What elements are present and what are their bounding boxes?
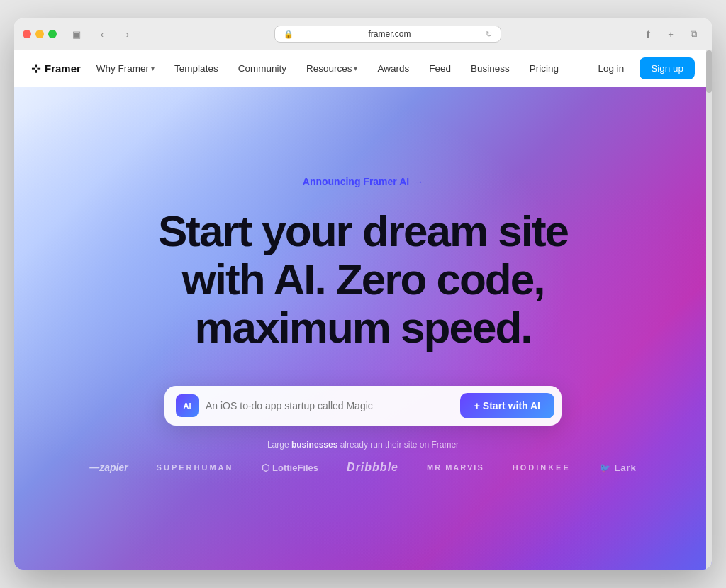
logo-text: Framer (45, 62, 81, 74)
ai-prompt-input[interactable] (206, 400, 453, 411)
ai-badge: AI (176, 394, 199, 417)
new-tab-button[interactable]: + (661, 26, 681, 42)
logos-label: Large businesses already run their site … (267, 440, 459, 450)
logos-row: —zapier SUPERHUMAN ⬡ LottieFiles Dribbbl… (89, 461, 637, 474)
hero-section: Announcing Framer AI → Start your dream … (14, 87, 712, 570)
browser-chrome: ▣ ‹ › 🔒 framer.com ↻ ⬆ + ⧉ (14, 18, 712, 50)
hero-content: Announcing Framer AI → Start your dream … (158, 176, 568, 426)
share-button[interactable]: ⬆ (638, 26, 658, 42)
maximize-button[interactable] (48, 30, 57, 38)
logo-lottiefiles: ⬡ LottieFiles (262, 462, 318, 473)
login-button[interactable]: Log in (588, 58, 634, 79)
logo-mr-marvis: MR MARVIS (427, 463, 484, 472)
signup-button[interactable]: Sign up (640, 57, 695, 79)
logo-link[interactable]: ⊹ Framer (31, 62, 81, 75)
nav-link-business[interactable]: Business (461, 50, 520, 87)
nav-link-feed[interactable]: Feed (419, 50, 461, 87)
logo-dribbble: Dribbble (347, 461, 398, 474)
lock-icon: 🔒 (284, 30, 294, 39)
minimize-button[interactable] (35, 30, 44, 38)
logo-icon: ⊹ (31, 62, 40, 75)
announce-text: Announcing Framer AI (303, 176, 409, 187)
traffic-lights (23, 30, 57, 38)
back-button[interactable]: ‹ (92, 26, 112, 42)
browser-controls: ▣ ‹ › 🔒 framer.com ↻ ⬆ + ⧉ (23, 26, 703, 43)
nav-link-resources[interactable]: Resources ▾ (296, 50, 368, 87)
scrollbar-thumb[interactable] (706, 50, 712, 93)
logo-zapier: —zapier (89, 462, 128, 473)
address-bar-wrapper: 🔒 framer.com ↻ (143, 26, 632, 43)
website-content: ⊹ Framer Why Framer ▾ Templates Communit… (14, 50, 712, 570)
chevron-down-icon: ▾ (354, 65, 357, 72)
chevron-down-icon: ▾ (151, 65, 155, 72)
copy-tab-button[interactable]: ⧉ (683, 26, 703, 42)
close-button[interactable] (23, 30, 31, 38)
navbar: ⊹ Framer Why Framer ▾ Templates Communit… (14, 50, 712, 87)
start-with-ai-button[interactable]: + Start with AI (460, 393, 554, 418)
nav-link-community[interactable]: Community (228, 50, 296, 87)
hero-input-wrapper: AI + Start with AI (164, 386, 562, 426)
logos-bar: Large businesses already run their site … (31, 426, 695, 495)
announce-arrow: → (413, 176, 423, 187)
logo-superhuman: SUPERHUMAN (157, 463, 234, 472)
nav-link-why-framer[interactable]: Why Framer ▾ (86, 50, 164, 87)
hero-title: Start your dream site with AI. Zero code… (158, 207, 568, 353)
refresh-icon[interactable]: ↻ (486, 30, 492, 39)
logo-hodinkee: HODINKEE (513, 463, 571, 472)
url-text: framer.com (298, 29, 481, 39)
address-bar[interactable]: 🔒 framer.com ↻ (274, 26, 501, 43)
browser-right-controls: ⬆ + ⧉ (638, 26, 703, 42)
announce-banner[interactable]: Announcing Framer AI → (303, 176, 423, 187)
nav-link-pricing[interactable]: Pricing (520, 50, 569, 87)
scrollbar[interactable] (706, 50, 712, 570)
nav-links: Why Framer ▾ Templates Community Resourc… (86, 50, 588, 87)
nav-right: Log in Sign up (588, 57, 695, 79)
forward-button[interactable]: › (118, 26, 138, 42)
window-icon[interactable]: ▣ (67, 26, 86, 42)
nav-link-awards[interactable]: Awards (367, 50, 419, 87)
browser-window: ▣ ‹ › 🔒 framer.com ↻ ⬆ + ⧉ ⊹ Framer (14, 18, 712, 570)
nav-link-templates[interactable]: Templates (164, 50, 228, 87)
logo-lark: 🐦 Lark (599, 462, 637, 473)
